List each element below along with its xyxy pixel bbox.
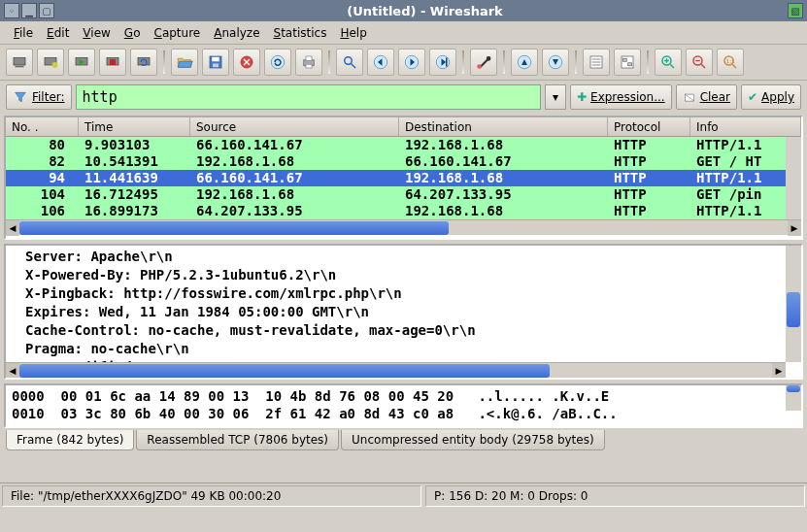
packet-row[interactable]: 10416.712495192.168.1.6864.207.133.95HTT… — [6, 186, 801, 203]
svg-rect-16 — [306, 56, 312, 61]
restart-capture-button[interactable] — [130, 49, 157, 76]
menu-statistics[interactable]: Statistics — [268, 24, 333, 42]
svg-text:1:1: 1:1 — [726, 57, 736, 64]
zoom-in-button[interactable] — [655, 49, 682, 76]
packet-list-body[interactable]: 809.90310366.160.141.67192.168.1.68HTTPH… — [6, 137, 801, 219]
svg-rect-36 — [622, 56, 633, 68]
svg-rect-10 — [212, 57, 219, 62]
clear-button[interactable]: Clear — [676, 84, 737, 110]
window-menu-icon[interactable]: ◦ — [4, 3, 19, 18]
detail-line[interactable]: Pragma: no-cache\r\n — [25, 340, 799, 358]
go-back-button[interactable] — [367, 49, 394, 76]
apply-button[interactable]: ✔ Apply — [741, 84, 801, 110]
scroll-right-icon[interactable]: ▶ — [788, 220, 801, 236]
menu-analyze[interactable]: Analyze — [208, 24, 265, 42]
go-last-button[interactable] — [542, 49, 569, 76]
interfaces-button[interactable] — [6, 49, 33, 76]
window-titlebar: ◦ ▁ ▢ (Untitled) - Wireshark ▧ — [0, 0, 807, 21]
filter-input[interactable] — [77, 88, 540, 106]
detail-line[interactable]: X-Powered-By: PHP/5.2.3-1ubuntu6.2\r\n — [25, 266, 799, 284]
col-source[interactable]: Source — [190, 117, 399, 136]
detail-line[interactable]: X-Pingback: http://fosswire.com/xmlrpc.p… — [25, 284, 799, 303]
filter-icon — [13, 89, 28, 105]
apply-label: Apply — [761, 90, 794, 104]
filter-button[interactable]: Filter: — [6, 84, 72, 110]
menu-edit[interactable]: Edit — [41, 24, 75, 42]
packet-list-vscroll[interactable] — [786, 137, 801, 222]
scroll-left-icon[interactable]: ◀ — [6, 363, 19, 379]
col-time[interactable]: Time — [79, 117, 190, 136]
scroll-left-icon[interactable]: ◀ — [6, 220, 19, 236]
reload-button[interactable] — [264, 49, 291, 76]
details-hscroll[interactable]: ◀ ▶ — [6, 362, 786, 378]
svg-line-47 — [732, 64, 736, 68]
detail-line[interactable]: Server: Apache\r\n — [25, 248, 799, 266]
svg-rect-1 — [16, 66, 24, 68]
expand-all-button[interactable] — [583, 49, 610, 76]
main-toolbar: 1:1 — [0, 45, 807, 81]
go-to-packet-button[interactable] — [429, 49, 456, 76]
packet-list-pane: No. . Time Source Destination Protocol I… — [4, 116, 803, 240]
packet-row[interactable]: 8210.541391192.168.1.6866.160.141.67HTTP… — [6, 153, 801, 170]
hex-line[interactable]: 0000 00 01 6c aa 14 89 00 13 10 4b 8d 76… — [12, 387, 795, 405]
col-info[interactable]: Info — [690, 117, 801, 136]
open-button[interactable] — [171, 49, 198, 76]
packet-row[interactable]: 10616.89917364.207.133.95192.168.1.68HTT… — [6, 203, 801, 219]
svg-line-19 — [352, 64, 356, 69]
go-forward-button[interactable] — [398, 49, 425, 76]
details-vscroll[interactable] — [786, 246, 801, 362]
packet-list-hscroll[interactable]: ◀ ▶ — [6, 219, 801, 235]
detail-line[interactable]: Expires: Wed, 11 Jan 1984 05:00:00 GMT\r… — [25, 303, 799, 321]
menu-capture[interactable]: Capture — [148, 24, 206, 42]
print-button[interactable] — [295, 49, 322, 76]
packet-list-header: No. . Time Source Destination Protocol I… — [6, 117, 801, 137]
expression-button[interactable]: ✚ Expression... — [570, 84, 672, 110]
zoom-reset-button[interactable]: 1:1 — [717, 49, 744, 76]
packet-bytes-pane[interactable]: 0000 00 01 6c aa 14 89 00 13 10 4b 8d 76… — [4, 383, 803, 428]
zoom-out-button[interactable] — [686, 49, 713, 76]
col-no[interactable]: No. . — [6, 117, 79, 136]
stop-capture-button[interactable] — [99, 49, 126, 76]
svg-point-3 — [52, 62, 58, 68]
clear-label: Clear — [700, 90, 730, 104]
status-file: File: "/tmp/etherXXXX6gJZDO" 49 KB 00:00… — [2, 485, 421, 507]
col-protocol[interactable]: Protocol — [608, 117, 690, 136]
options-button[interactable] — [37, 49, 64, 76]
find-button[interactable] — [336, 49, 363, 76]
window-minimize-icon[interactable]: ▁ — [21, 3, 37, 18]
packet-row[interactable]: 9411.44163966.160.141.67192.168.1.68HTTP… — [6, 170, 801, 186]
col-destination[interactable]: Destination — [399, 117, 608, 136]
start-capture-button[interactable] — [68, 49, 95, 76]
tab-reassembled-tcp[interactable]: Reassembled TCP (7806 bytes) — [136, 430, 339, 450]
detail-line[interactable]: Cache-Control: no-cache, must-revalidate… — [25, 321, 799, 340]
packet-details-pane[interactable]: Server: Apache\r\nX-Powered-By: PHP/5.2.… — [4, 244, 803, 380]
status-bar: File: "/tmp/etherXXXX6gJZDO" 49 KB 00:00… — [0, 482, 807, 509]
go-first-button[interactable] — [511, 49, 538, 76]
svg-line-40 — [670, 64, 674, 68]
menu-help[interactable]: Help — [334, 24, 372, 42]
tab-frame[interactable]: Frame (842 bytes) — [6, 430, 134, 450]
window-title: (Untitled) - Wireshark — [62, 4, 788, 18]
scroll-right-icon[interactable]: ▶ — [772, 363, 786, 379]
colorize-button[interactable] — [470, 49, 497, 76]
menu-go[interactable]: Go — [118, 24, 147, 42]
hex-line[interactable]: 0010 03 3c 80 6b 40 00 30 06 2f 61 42 a0… — [12, 405, 795, 422]
save-button[interactable] — [202, 49, 229, 76]
tab-uncompressed-body[interactable]: Uncompressed entity body (29758 bytes) — [341, 430, 605, 450]
filter-label: Filter: — [32, 90, 65, 104]
filter-input-wrap — [76, 84, 541, 110]
close-button[interactable] — [233, 49, 260, 76]
menu-file[interactable]: File — [8, 24, 39, 42]
packet-row[interactable]: 809.90310366.160.141.67192.168.1.68HTTPH… — [6, 137, 801, 153]
svg-point-13 — [271, 55, 285, 69]
svg-point-27 — [477, 64, 482, 69]
svg-rect-17 — [306, 64, 312, 68]
plus-icon: ✚ — [577, 90, 587, 104]
svg-line-44 — [701, 64, 705, 68]
window-close-icon[interactable]: ▧ — [788, 3, 803, 18]
window-maximize-icon[interactable]: ▢ — [39, 3, 54, 18]
collapse-all-button[interactable] — [614, 49, 641, 76]
hex-vscroll[interactable] — [786, 385, 801, 411]
filter-dropdown-button[interactable]: ▾ — [545, 84, 566, 110]
menu-view[interactable]: View — [77, 24, 116, 42]
